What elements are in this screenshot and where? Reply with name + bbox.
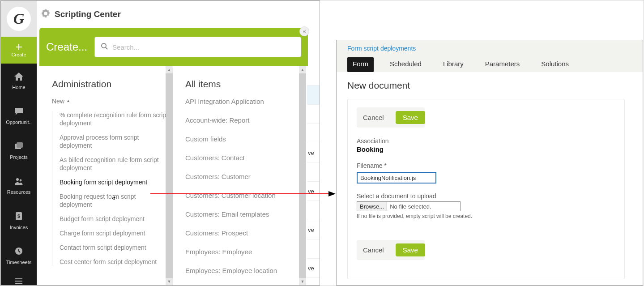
chevron-left-icon: « [303,28,306,34]
all-items-entry[interactable]: Customers: Customer location [185,192,302,199]
column-administration: ▲ ▼ Administration New ▴ % complete reco… [39,66,173,285]
svg-point-3 [20,179,22,181]
projects-icon [14,142,23,153]
create-content: ▲ ▼ Administration New ▴ % complete reco… [39,66,308,285]
chevron-up-icon: ▴ [67,98,69,103]
scroll-up-icon[interactable]: ▲ [299,66,306,73]
admin-item[interactable]: Charge form script deployment [60,229,168,237]
app-window-left: G + Create Home Opportunit.. [0,0,320,286]
tab-scheduled[interactable]: Scheduled [384,57,427,72]
association-value: Booking [357,145,615,153]
invoices-icon: $ [15,212,22,223]
sidebar-item-label: Opportunit.. [3,120,34,125]
peek-row [307,66,320,85]
association-label: Association [357,137,615,145]
form-card: Cancel Save Association Booking Filename… [347,99,625,279]
button-row-top: Cancel Save [357,107,425,128]
new-menu[interactable]: New ▴ [52,98,69,105]
sidebar-item-invoices[interactable]: $ Invoices [1,203,37,238]
sidebar-item-label: Invoices [3,225,34,230]
tab-parameters[interactable]: Parameters [480,57,525,72]
breadcrumb[interactable]: Form script deployments [347,45,632,52]
all-items-entry[interactable]: Customers: Contact [185,154,302,162]
tab-form[interactable]: Form [347,57,374,72]
scroll-track[interactable] [299,73,306,278]
col1-title: Administration [52,79,168,90]
sidebar-item-resources[interactable]: Resources [1,168,37,203]
scrollbar-col1[interactable]: ▲ ▼ [166,66,173,285]
svg-marker-13 [328,191,336,196]
search-box[interactable] [94,37,301,57]
all-items-entry[interactable]: Customers: Email templates [185,210,302,218]
svg-line-11 [106,47,107,49]
peek-row: ve [307,143,320,162]
create-bar: Create... « [39,28,308,66]
sidebar-item-opportunities[interactable]: Opportunit.. [1,98,37,133]
all-items-entry[interactable]: Account-wide: Report [185,116,302,124]
col2-title: All items [185,79,302,90]
scroll-down-icon[interactable]: ▼ [299,278,306,285]
all-items-entry[interactable]: API Integration Application [185,98,302,105]
sidebar-item-timesheets[interactable]: Timesheets [1,238,37,273]
scroll-track[interactable] [166,73,173,278]
sidebar-item-more[interactable] [1,273,37,286]
all-items-entry[interactable]: Customers: Customer [185,173,302,180]
peek-row: ve [307,182,320,201]
sidebar-item-label: Projects [3,154,34,160]
save-button[interactable]: Save [396,243,425,256]
peek-row [307,162,320,182]
all-items-entry[interactable]: Employees: Employee [185,248,302,256]
tab-library[interactable]: Library [438,57,469,72]
search-input[interactable] [112,43,294,51]
plus-icon: + [15,43,22,51]
sidebar-create-button[interactable]: + Create [1,37,37,64]
admin-sublist: % complete recognition rule form script … [52,111,168,266]
admin-item[interactable]: Contact form script deployment [60,243,168,252]
field-filename: Filename [357,162,615,184]
admin-item[interactable]: Cost center form script deployment [60,258,168,266]
search-icon [101,43,108,51]
file-picker[interactable]: Browse... No file selected. [357,201,461,211]
admin-item[interactable]: Booking request form script deployment [60,192,168,209]
admin-item[interactable]: As billed recognition rule form script d… [60,156,168,172]
admin-item[interactable]: % complete recognition rule form script … [60,111,168,127]
column-all-items: ▲ ▼ All items API Integration Applicatio… [173,66,306,285]
filename-input[interactable] [357,172,436,184]
home-icon [14,73,23,83]
scroll-down-icon[interactable]: ▼ [166,278,173,285]
svg-rect-9 [15,283,22,284]
all-items-entry[interactable]: Employees: Employee location [185,267,302,274]
field-association: Association Booking [357,137,615,153]
peek-row [307,105,320,124]
svg-rect-1 [17,142,23,148]
admin-item-booking[interactable]: Booking form script deployment [60,178,168,186]
cancel-button[interactable]: Cancel [361,112,386,123]
svg-rect-7 [15,278,22,279]
peek-row [307,124,320,143]
file-selected-text: No file selected. [387,202,434,211]
gear-icon[interactable] [41,9,50,20]
upload-hint: If no file is provided, empty script wil… [357,213,615,219]
all-items-entry[interactable]: Custom fields [185,135,302,143]
new-label: New [52,98,64,105]
admin-item[interactable]: Budget form script deployment [60,215,168,223]
scrollbar-col2[interactable]: ▲ ▼ [299,66,306,285]
tab-solutions[interactable]: Solutions [536,57,574,72]
sidebar-item-home[interactable]: Home [1,64,37,98]
cancel-button[interactable]: Cancel [361,244,386,256]
save-button[interactable]: Save [396,111,425,124]
browse-button[interactable]: Browse... [357,202,387,211]
chat-icon [14,107,23,118]
peek-row [307,85,320,105]
sidebar-item-projects[interactable]: Projects [1,133,37,168]
collapse-button[interactable]: « [299,26,309,36]
all-items-entry[interactable]: Customers: Prospect [185,229,302,237]
right-body: New document Cancel Save Association Boo… [337,72,643,285]
background-grid-peek: ve ve ve ve [307,66,320,285]
more-icon [14,276,23,286]
create-label: Create... [46,41,87,53]
scroll-up-icon[interactable]: ▲ [166,66,173,73]
admin-item[interactable]: Approval process form script deployment [60,133,168,149]
svg-point-10 [102,43,106,48]
svg-text:$: $ [17,213,20,219]
